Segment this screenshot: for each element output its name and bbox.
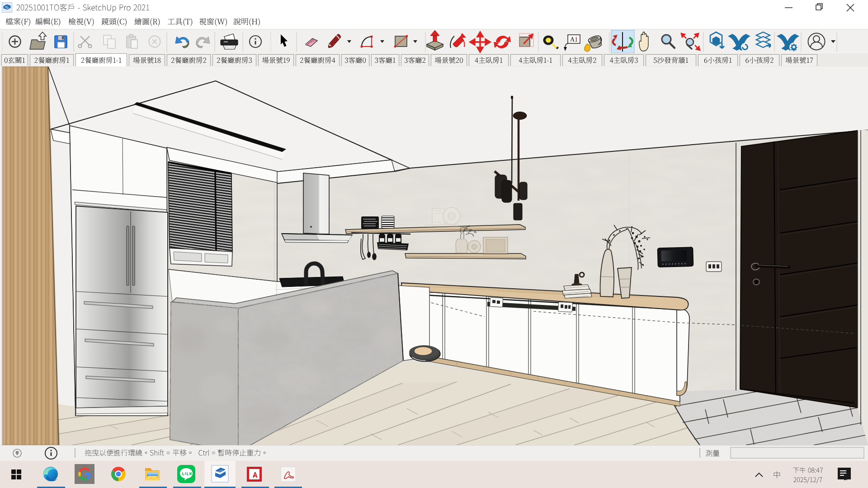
svg-text:A1: A1: [570, 36, 578, 43]
